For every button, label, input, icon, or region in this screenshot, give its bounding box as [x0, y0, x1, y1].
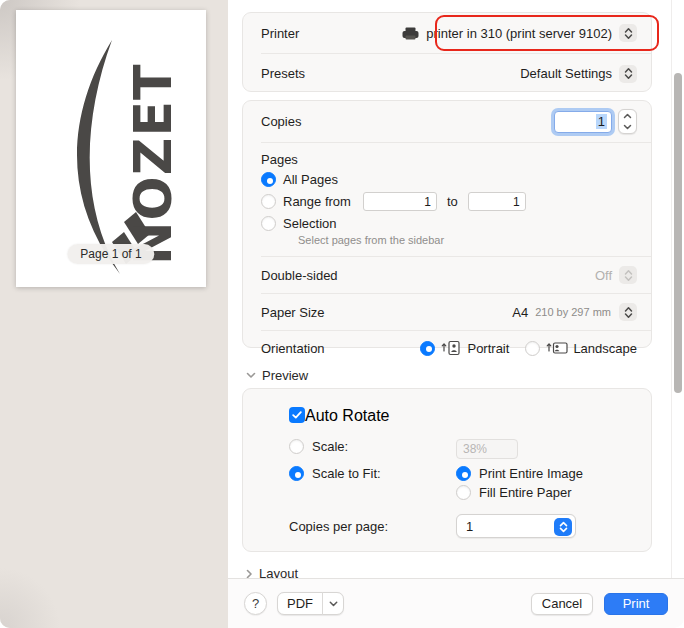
scale-to-fit-row: Scale to Fit: Print Entire Image Fill En…	[243, 466, 651, 500]
print-dialog: NOZET Page 1 of 1 Printer pr	[0, 0, 684, 628]
scale-radio[interactable]	[289, 439, 304, 454]
presets-stepper[interactable]	[619, 65, 637, 83]
scale-row: Scale: 38%	[243, 439, 651, 459]
selection-label: Selection	[283, 216, 336, 231]
double-sided-label: Double-sided	[261, 268, 338, 283]
printer-value: printer in 310 (print server 9102)	[426, 26, 612, 41]
selection-hint: Select pages from the sidebar	[298, 234, 637, 246]
print-options-panel: Printer printer in 310 (print server 910…	[228, 0, 684, 628]
paper-size-stepper[interactable]	[619, 303, 637, 321]
fill-entire-paper-option[interactable]: Fill Entire Paper	[456, 485, 583, 500]
range-from-label: Range from	[283, 194, 351, 209]
printer-row: Printer printer in 310 (print server 910…	[243, 13, 651, 53]
pdf-menu-button[interactable]: PDF	[277, 592, 344, 615]
copies-value: 1	[596, 114, 607, 129]
layout-disclosure[interactable]: Layout	[246, 566, 298, 578]
popup-stepper-icon	[554, 518, 572, 536]
copies-per-page-select[interactable]: 1	[456, 514, 576, 538]
auto-rotate-checkbox[interactable]	[289, 407, 305, 423]
landscape-option[interactable]: Landscape	[525, 340, 637, 356]
pages-label: Pages	[261, 152, 637, 167]
chevron-down-icon	[329, 601, 338, 607]
logo-text: NOZET	[123, 64, 183, 265]
printer-label: Printer	[261, 26, 299, 41]
stepper-icon	[624, 306, 633, 319]
selection-radio[interactable]	[261, 216, 276, 231]
cancel-button[interactable]: Cancel	[531, 593, 593, 615]
paper-size-label: Paper Size	[261, 305, 325, 320]
portrait-orientation-icon	[440, 340, 462, 356]
check-icon	[292, 411, 302, 419]
scale-value: 38%	[463, 442, 487, 456]
printer-presets-group: Printer printer in 310 (print server 910…	[242, 12, 652, 92]
help-button[interactable]: ?	[244, 592, 267, 615]
auto-rotate-label: Auto Rotate	[305, 407, 390, 425]
layout-section-label: Layout	[259, 566, 298, 578]
all-pages-radio[interactable]	[261, 172, 276, 187]
range-from-input[interactable]	[363, 192, 437, 211]
printer-stepper[interactable]	[619, 24, 637, 42]
all-pages-option[interactable]: All Pages	[261, 172, 637, 187]
range-to-label: to	[447, 194, 458, 209]
print-label: Print	[623, 596, 650, 611]
page-thumbnail[interactable]: NOZET Page 1 of 1	[16, 10, 206, 287]
copies-stepper[interactable]	[618, 109, 637, 134]
paper-size-value: A4	[512, 305, 528, 320]
copies-per-page-label: Copies per page:	[289, 519, 388, 534]
landscape-label: Landscape	[573, 341, 637, 356]
copies-input[interactable]: 1	[554, 111, 612, 133]
options-scroll-area: Printer printer in 310 (print server 910…	[228, 0, 684, 578]
print-entire-image-label: Print Entire Image	[479, 466, 583, 481]
range-option[interactable]: Range from to	[261, 192, 637, 211]
presets-select[interactable]: Default Settings	[520, 65, 637, 83]
landscape-radio[interactable]	[525, 341, 540, 356]
preview-sidebar: NOZET Page 1 of 1	[0, 0, 228, 628]
paper-size-row: Paper Size A4 210 by 297 mm	[243, 294, 651, 330]
scale-input: 38%	[456, 439, 518, 459]
copies-per-page-row: Copies per page: 1	[243, 514, 651, 538]
chevron-up-icon	[623, 113, 632, 119]
cancel-label: Cancel	[542, 596, 582, 611]
portrait-option[interactable]: Portrait	[420, 340, 509, 356]
scale-to-fit-option[interactable]: Scale to Fit:	[289, 466, 456, 481]
double-sided-stepper	[619, 266, 637, 284]
scrollbar-thumb[interactable]	[674, 73, 682, 393]
scale-option[interactable]: Scale:	[289, 439, 456, 454]
presets-label: Presets	[261, 66, 305, 81]
chevron-down-icon	[246, 372, 256, 379]
stepper-icon	[624, 27, 633, 40]
range-to-input[interactable]	[468, 192, 526, 211]
print-entire-image-radio[interactable]	[456, 466, 471, 481]
portrait-radio[interactable]	[420, 341, 435, 356]
fill-entire-paper-radio[interactable]	[456, 485, 471, 500]
printer-select[interactable]: printer in 310 (print server 9102)	[402, 24, 637, 42]
range-radio[interactable]	[261, 194, 276, 209]
preview-options-group: Auto Rotate Scale: 38% Scale to Fit:	[242, 388, 652, 552]
selection-option[interactable]: Selection	[261, 216, 637, 231]
auto-rotate-row[interactable]: Auto Rotate	[243, 407, 651, 425]
print-entire-image-option[interactable]: Print Entire Image	[456, 466, 583, 481]
scrollbar-track[interactable]	[671, 0, 684, 578]
help-label: ?	[252, 596, 259, 611]
logo-swoosh	[77, 40, 120, 274]
page-count-badge: Page 1 of 1	[67, 244, 154, 264]
double-sided-value: Off	[595, 268, 612, 283]
preview-disclosure[interactable]: Preview	[246, 368, 308, 383]
portrait-label: Portrait	[467, 341, 509, 356]
chevron-right-icon	[246, 569, 253, 579]
page-setup-group: Copies 1	[242, 100, 652, 348]
orientation-label: Orientation	[261, 341, 325, 356]
preview-section-label: Preview	[262, 368, 308, 383]
stepper-icon	[624, 67, 633, 80]
scale-label: Scale:	[312, 439, 348, 454]
stepper-icon	[624, 269, 633, 282]
dialog-footer: ? PDF Cancel Print	[228, 578, 684, 628]
scale-to-fit-radio[interactable]	[289, 466, 304, 481]
paper-size-dimensions: 210 by 297 mm	[535, 306, 611, 318]
presets-value: Default Settings	[520, 66, 612, 81]
presets-row: Presets Default Settings	[243, 54, 651, 93]
stepper-icon	[559, 521, 568, 533]
print-button[interactable]: Print	[604, 593, 668, 615]
printer-icon	[402, 27, 419, 40]
fill-entire-paper-label: Fill Entire Paper	[479, 485, 571, 500]
